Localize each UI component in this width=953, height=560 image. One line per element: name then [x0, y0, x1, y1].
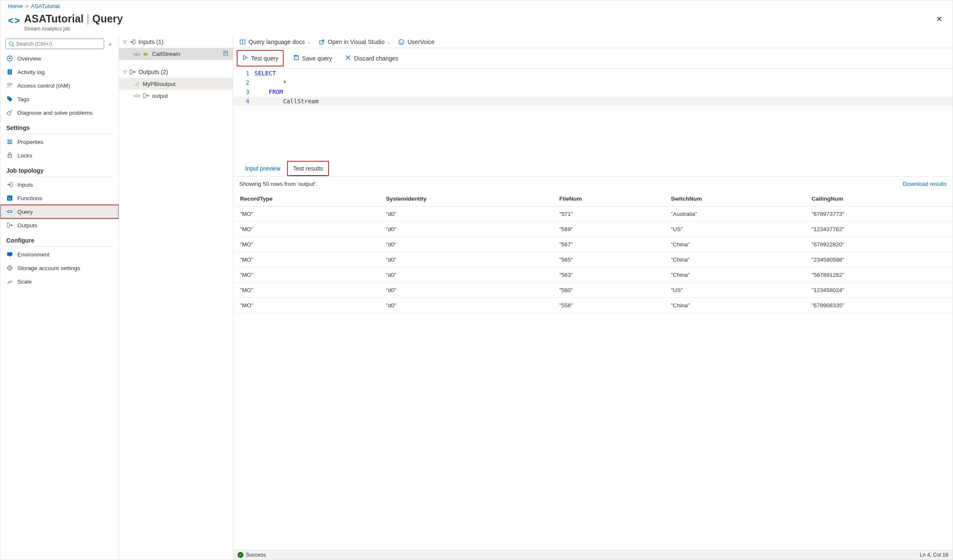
svg-point-20 — [10, 141, 11, 143]
column-header[interactable]: RecordType — [235, 191, 381, 207]
tab-test-results[interactable]: Test results — [287, 161, 329, 176]
column-header[interactable]: SwitchNum — [666, 191, 807, 207]
nav-properties[interactable]: Properties — [0, 135, 119, 149]
nav-outputs[interactable]: Outputs — [0, 218, 119, 232]
table-cell: "MO" — [235, 298, 381, 313]
table-cell: "MO" — [235, 283, 381, 298]
chevron-down-icon: ⌄ — [387, 40, 390, 44]
inputs-icon — [6, 181, 13, 188]
test-query-button[interactable]: Test query — [238, 51, 283, 66]
iam-icon — [6, 82, 13, 89]
column-header[interactable]: CallingNum — [807, 191, 953, 207]
discard-changes-button[interactable]: Discard changes — [342, 52, 401, 64]
table-cell: "567" — [554, 237, 666, 252]
svg-rect-26 — [7, 223, 9, 227]
results-table-wrap[interactable]: RecordTypeSystemIdentityFileNumSwitchNum… — [233, 191, 953, 550]
svg-rect-42 — [135, 84, 135, 86]
nav-activity-log[interactable]: Activity log — [0, 65, 119, 79]
outputs-group-header[interactable]: ▽ Outputs (2) — [119, 66, 233, 78]
svg-point-3 — [9, 41, 13, 45]
column-header[interactable]: SystemIdentity — [381, 191, 554, 207]
nav-section-settings: Settings — [0, 119, 119, 133]
table-cell: "US" — [666, 283, 807, 298]
table-cell: "MO" — [235, 207, 381, 222]
table-cell: "558" — [554, 298, 666, 313]
nav-storage-settings[interactable]: Storage account settings — [0, 261, 119, 275]
table-cell: "567891282" — [807, 268, 953, 283]
svg-rect-37 — [146, 53, 147, 55]
sidebar: « Overview Activity log Access control (… — [0, 36, 119, 560]
table-cell: "China" — [666, 268, 807, 283]
nav-tags[interactable]: Tags — [0, 92, 119, 106]
svg-rect-36 — [144, 53, 145, 55]
table-cell: "565" — [554, 252, 666, 268]
svg-point-11 — [8, 83, 10, 86]
svg-point-13 — [8, 97, 9, 98]
table-cell: "123458024" — [807, 283, 953, 298]
svg-rect-23 — [10, 182, 12, 187]
resource-icon: < > — [8, 15, 19, 26]
environment-icon — [6, 251, 13, 258]
nav-overview[interactable]: Overview — [0, 52, 119, 65]
table-cell: "d0" — [381, 252, 554, 268]
open-in-vs-button[interactable]: Open in Visual Studio ⌄ — [318, 39, 390, 45]
nav-access-control[interactable]: Access control (IAM) — [0, 79, 119, 92]
functions-icon: fx — [6, 195, 13, 201]
save-query-button[interactable]: Save query — [290, 52, 335, 64]
inputs-group-header[interactable]: ▽ Inputs (1) — [119, 36, 233, 48]
properties-icon — [6, 138, 13, 145]
svg-rect-22 — [8, 155, 11, 157]
svg-point-6 — [9, 58, 11, 59]
nav-diagnose[interactable]: Diagnose and solve problems — [0, 106, 119, 119]
code-editor[interactable]: 1SELECT2 *3 FROM4 CallStream — [233, 68, 953, 106]
results-header: Showing 50 rows from 'output'. Download … — [233, 177, 953, 191]
nav-divider — [6, 134, 113, 134]
breadcrumb: Home > ASATutorial — [0, 0, 953, 12]
table-cell: "d0" — [381, 222, 554, 237]
input-callstream[interactable]: </> CallStream — [119, 48, 233, 60]
svg-rect-44 — [138, 82, 139, 86]
query-icon: <> — [6, 208, 13, 215]
svg-rect-28 — [9, 256, 11, 257]
nav-divider — [6, 177, 113, 177]
query-language-docs-button[interactable]: Query language docs ⌄ — [239, 39, 311, 45]
tags-icon — [6, 96, 13, 102]
breadcrumb-home[interactable]: Home — [8, 3, 23, 9]
svg-point-14 — [7, 112, 11, 115]
search-input-wrap[interactable] — [6, 39, 104, 49]
svg-point-12 — [10, 83, 12, 86]
table-cell: "123437762" — [807, 222, 953, 237]
status-bar: ✓ Success Ln 4, Col 18 — [233, 550, 953, 560]
table-cell: "MO" — [235, 252, 381, 268]
nav-inputs[interactable]: Inputs — [0, 178, 119, 191]
nav-scale[interactable]: Scale — [0, 275, 119, 288]
nav-section-configure: Configure — [0, 232, 119, 246]
external-link-icon — [318, 39, 325, 45]
nav-query[interactable]: <> Query — [0, 205, 119, 218]
output-output[interactable]: </> output — [119, 90, 233, 102]
play-icon — [242, 54, 249, 62]
results-tabs: Input preview Test results — [233, 161, 953, 177]
output-mypbioutput[interactable]: MyPBIoutput — [119, 78, 233, 90]
breadcrumb-resource[interactable]: ASATutorial — [31, 3, 60, 9]
search-input[interactable] — [16, 41, 101, 47]
nav-locks[interactable]: Locks — [0, 149, 119, 162]
download-results-link[interactable]: Download results — [903, 181, 947, 187]
table-cell: "China" — [666, 237, 807, 252]
svg-rect-45 — [144, 94, 146, 98]
tab-input-preview[interactable]: Input preview — [239, 161, 286, 176]
nav-functions[interactable]: fx Functions — [0, 191, 119, 205]
scale-icon — [6, 278, 13, 285]
table-cell: "China" — [666, 298, 807, 313]
nav-environment[interactable]: Environment — [0, 248, 119, 261]
column-header[interactable]: FileNum — [554, 191, 666, 207]
smile-icon — [398, 39, 405, 45]
close-button[interactable]: ✕ — [936, 14, 942, 24]
table-row: "MO""d0""558""China""678908335" — [235, 298, 953, 313]
collapse-sidebar-button[interactable]: « — [107, 39, 113, 49]
svg-point-49 — [402, 41, 403, 41]
uservoice-button[interactable]: UserVoice — [398, 39, 434, 45]
svg-text:fx: fx — [8, 196, 11, 201]
table-cell: "MO" — [235, 237, 381, 252]
query-panel: Query language docs ⌄ Open in Visual Stu… — [233, 36, 953, 560]
